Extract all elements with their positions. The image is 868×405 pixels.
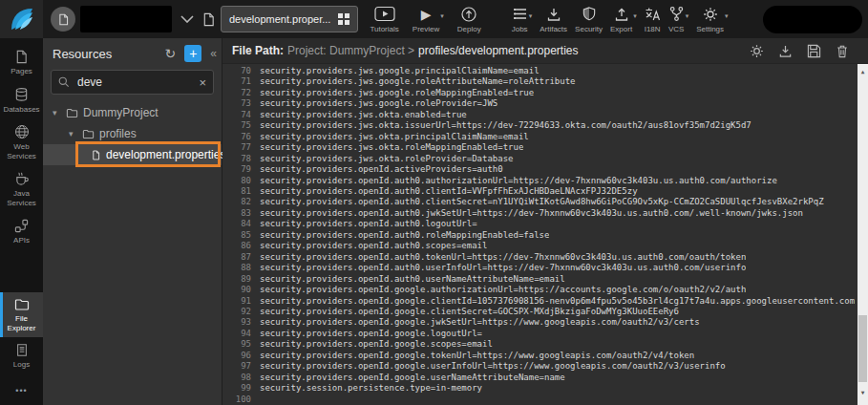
settings-button[interactable]: Settings ▾ <box>692 6 731 33</box>
sidebar-item-web-services[interactable]: Web Services <box>0 118 43 165</box>
app-logo[interactable] <box>0 0 43 38</box>
code-line[interactable]: 75security.providers.jws.okta.issuerUrl=… <box>230 120 856 131</box>
line-text: security.providers.openId.google.clientI… <box>260 296 855 307</box>
collapse-panel-icon[interactable]: « <box>210 47 217 60</box>
code-line[interactable]: 95security.providers.openId.google.scope… <box>230 339 856 350</box>
vcs-chevron-icon[interactable]: ▾ <box>686 12 689 20</box>
code-line[interactable]: 89security.providers.openId.auth0.userNa… <box>230 274 856 285</box>
download-file-icon[interactable] <box>778 44 793 58</box>
sidebar-more-button[interactable]: ••• <box>0 374 43 405</box>
code-line[interactable]: 98security.providers.openId.google.userN… <box>230 373 856 383</box>
code-line[interactable]: 88security.providers.openId.auth0.userIn… <box>230 263 856 273</box>
code-line[interactable]: 81security.providers.openId.auth0.client… <box>230 186 856 197</box>
i18n-button[interactable]: I18N <box>641 6 665 33</box>
code-line[interactable]: 100 <box>230 394 856 405</box>
code-line[interactable]: 94security.providers.openId.google.logou… <box>230 329 856 339</box>
user-area-redacted[interactable] <box>763 6 862 33</box>
code-line[interactable]: 99security.session.persistence.type=in-m… <box>230 383 856 394</box>
code-line[interactable]: 96security.providers.openId.google.token… <box>230 351 856 361</box>
editor-scrollbar[interactable]: ▲ ▼ <box>857 64 868 405</box>
line-text: security.providers.jws.okta.enabled=true <box>260 110 467 120</box>
code-line[interactable]: 91security.providers.openId.google.clien… <box>230 296 856 307</box>
save-file-icon[interactable] <box>807 44 821 58</box>
sidebar-item-pages[interactable]: Pages <box>0 44 43 81</box>
search-input[interactable] <box>75 75 193 90</box>
code-line[interactable]: 78security.providers.jws.okta.roleProvid… <box>230 154 856 164</box>
export-button[interactable]: Export ▾ <box>606 6 641 33</box>
line-number: 87 <box>230 252 251 263</box>
tree-item-project[interactable]: ▾ DummyProject <box>43 102 222 123</box>
sidebar-item-apis[interactable]: APIs <box>0 213 43 250</box>
deploy-button[interactable]: Deploy <box>454 6 485 33</box>
editor-panel: File Path: Project: DummyProject > profi… <box>222 38 868 405</box>
refresh-icon[interactable]: ↻ <box>165 47 177 60</box>
security-shield-icon <box>582 6 597 23</box>
code-line[interactable]: 85security.providers.openId.auth0.roleMa… <box>230 230 856 241</box>
code-line[interactable]: 74security.providers.jws.okta.enabled=tr… <box>230 110 856 120</box>
line-text: security.providers.jws.okta.roleMappingE… <box>260 142 523 153</box>
code-line[interactable]: 93security.providers.openId.google.jwkSe… <box>230 317 856 328</box>
code-line[interactable]: 80security.providers.openId.auth0.author… <box>230 176 856 186</box>
file-settings-gear-icon[interactable] <box>750 44 764 58</box>
code-line[interactable]: 73security.providers.jws.google.roleProv… <box>230 98 856 109</box>
open-file-tab[interactable]: development.proper... <box>221 6 358 32</box>
line-number: 90 <box>230 285 251 295</box>
sidebar-label: Logs <box>13 360 30 370</box>
code-line[interactable]: 84security.providers.openId.auth0.logout… <box>230 219 856 229</box>
jobs-button[interactable]: Jobs ▾ <box>508 6 537 33</box>
code-line[interactable]: 83security.providers.openId.auth0.jwkSet… <box>230 208 856 219</box>
tutorials-video-icon <box>374 6 395 23</box>
chevron-down-icon[interactable] <box>180 15 194 23</box>
code-editor[interactable]: 70security.providers.jws.google.principa… <box>222 64 868 405</box>
clear-search-icon[interactable]: × <box>199 75 206 90</box>
line-number: 71 <box>230 76 251 87</box>
preview-button[interactable]: ▶ Preview ▾ <box>409 6 448 33</box>
jobs-chevron-icon[interactable]: ▾ <box>529 12 533 20</box>
grid-icon[interactable] <box>338 13 349 25</box>
code-line[interactable]: 71security.providers.jws.google.roleAttr… <box>230 76 856 87</box>
open-file-tab-label: development.proper... <box>229 13 330 25</box>
security-button[interactable]: Security <box>571 6 606 33</box>
export-chevron-icon[interactable]: ▾ <box>633 12 637 20</box>
code-line[interactable]: 70security.providers.jws.google.principa… <box>230 66 856 76</box>
add-resource-button[interactable]: + <box>184 45 201 62</box>
delete-file-icon[interactable] <box>836 44 849 58</box>
line-number: 95 <box>230 339 251 350</box>
scrollbar-thumb[interactable] <box>858 315 867 382</box>
left-icon-sidebar: Pages Databases <box>0 38 43 405</box>
caret-down-icon[interactable]: ▾ <box>69 129 77 139</box>
sidebar-label: APIs <box>13 236 30 245</box>
caret-down-icon[interactable]: ▾ <box>53 108 61 117</box>
code-line[interactable]: 97security.providers.openId.google.userI… <box>230 361 856 372</box>
i18n-label: I18N <box>645 25 661 33</box>
tree-item-development-properties[interactable]: development.properties <box>43 144 222 165</box>
code-line[interactable]: 77security.providers.jws.okta.roleMappin… <box>230 142 856 153</box>
line-text: security.providers.jws.okta.principalCla… <box>260 132 529 142</box>
sidebar-item-java-services[interactable]: Java Services <box>0 165 43 212</box>
sidebar-label: Web Services <box>3 142 40 160</box>
code-line[interactable]: 86security.providers.openId.auth0.scopes… <box>230 241 856 251</box>
sidebar-item-file-explorer[interactable]: File Explorer <box>0 292 43 337</box>
code-line[interactable]: 72security.providers.jws.google.roleMapp… <box>230 88 856 98</box>
vcs-button[interactable]: VCS ▾ <box>665 6 693 33</box>
code-line[interactable]: 90security.providers.openId.google.autho… <box>230 285 856 295</box>
code-line[interactable]: 79security.providers.openId.activeProvid… <box>230 164 856 175</box>
artifacts-button[interactable]: Artifacts <box>536 6 571 33</box>
settings-chevron-icon[interactable]: ▾ <box>725 12 729 20</box>
sidebar-item-logs[interactable]: Logs <box>0 337 43 374</box>
code-line[interactable]: 87security.providers.openId.auth0.tokenU… <box>230 252 856 263</box>
preview-chevron-icon[interactable]: ▾ <box>440 12 444 20</box>
sidebar-item-databases[interactable]: Databases <box>0 81 43 119</box>
code-line[interactable]: 76security.providers.jws.okta.principalC… <box>230 132 856 142</box>
project-selector[interactable] <box>51 6 194 32</box>
tree-item-profiles[interactable]: ▾ profiles <box>43 123 222 144</box>
scroll-up-icon[interactable]: ▲ <box>857 66 868 76</box>
search-icon <box>58 76 70 88</box>
line-text: security.providers.openId.auth0.userName… <box>260 274 565 285</box>
code-line[interactable]: 82security.providers.openId.auth0.client… <box>230 197 856 207</box>
tutorials-button[interactable]: Tutorials <box>366 6 402 33</box>
scroll-down-icon[interactable]: ▼ <box>857 387 868 397</box>
resources-search-box[interactable]: × <box>51 70 214 95</box>
line-text: security.providers.jws.google.roleProvid… <box>260 98 498 109</box>
code-line[interactable]: 92security.providers.openId.google.clien… <box>230 307 856 317</box>
